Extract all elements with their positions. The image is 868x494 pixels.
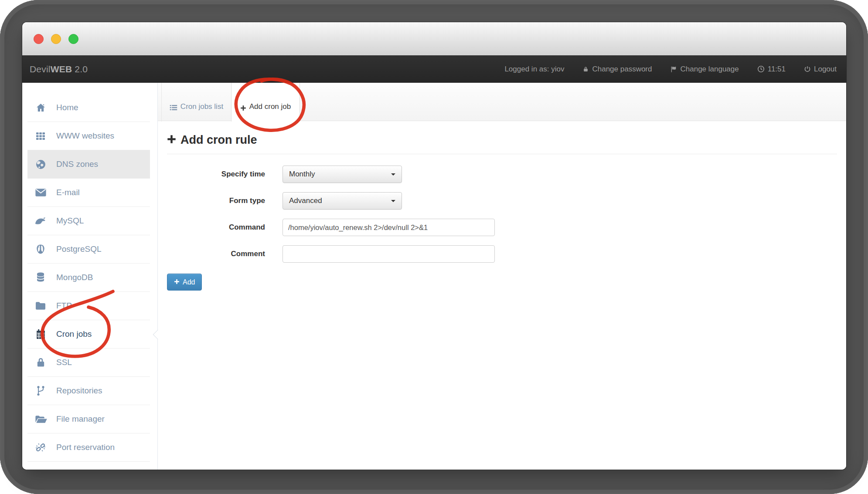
add-button-label: Add [183,278,195,286]
traffic-lights [34,34,78,44]
sidebar-item-dns-zones[interactable]: DNS zones [27,150,150,179]
command-label: Command [167,223,265,232]
tab-add-cron-job[interactable]: Add cron job [231,83,300,122]
sidebar-item-label: PostgreSQL [56,244,102,254]
brand-logo[interactable]: DevilWEB 2.0 [30,64,88,74]
sidebar-item-email[interactable]: E-mail [27,179,150,207]
change-password-label: Change password [592,65,652,74]
power-icon [804,65,811,73]
calendar-icon [34,328,47,340]
screenshot-stage: DevilWEB 2.0 Logged in as: yiov Change p… [0,0,868,494]
sidebar-item-label: SSL [56,358,72,367]
main-panel: Cron jobs list Add cron job Add cron rul… [158,83,846,470]
plus-icon [174,278,180,286]
sidebar: Home WWW websites DNS zones E-mail [22,83,158,470]
navbar-menu: Logged in as: yiov Change password Chang… [504,65,837,74]
sidebar-item-label: WWW websites [56,131,114,141]
home-icon [34,102,47,113]
specify-time-row: Specify time Monthly [167,166,837,183]
mysql-dolphin-icon [34,216,47,226]
specify-time-label: Specify time [167,170,265,179]
envelope-icon [34,188,47,197]
specify-time-value: Monthly [289,170,315,179]
sidebar-item-port-reservation[interactable]: Port reservation [27,433,150,462]
lock-icon [34,357,47,368]
zoom-window-button[interactable] [68,34,78,44]
sidebar-item-cron-jobs[interactable]: Cron jobs [27,320,150,349]
chevron-down-icon [391,173,395,176]
sidebar-item-postgresql[interactable]: PostgreSQL [27,235,150,264]
sidebar-item-partial[interactable] [27,462,150,470]
sidebar-item-mongodb[interactable]: MongoDB [27,264,150,292]
logged-in-text: Logged in as: yiov [504,65,564,74]
tab-label: Cron jobs list [180,102,223,111]
close-window-button[interactable] [34,34,44,44]
page-title: Add cron rule [167,133,837,147]
flag-icon [670,66,677,73]
sidebar-nav: Home WWW websites DNS zones E-mail [22,94,157,470]
brand-prefix: Devil [30,64,51,74]
chevron-down-icon [391,200,395,202]
form-type-row: Form type Advanced [167,192,837,210]
form-type-value: Advanced [289,196,322,205]
sidebar-item-file-manager[interactable]: File manager [27,405,150,433]
sidebar-item-label: DNS zones [56,159,98,169]
brand-suffix: 2.0 [72,64,88,74]
sidebar-item-mysql[interactable]: MySQL [27,207,150,235]
tab-cron-jobs-list[interactable]: Cron jobs list [161,83,231,122]
add-button[interactable]: Add [167,274,202,291]
sidebar-item-ftp[interactable]: FTP [27,292,150,320]
folder-icon [34,301,47,311]
tab-label: Add cron job [249,102,291,111]
lock-icon [582,66,589,73]
page-content: Add cron rule Specify time Monthly [158,121,846,291]
form-type-label: Form type [167,196,265,205]
content-row: Home WWW websites DNS zones E-mail [22,83,846,470]
partial-icon [34,467,47,470]
button-row: Add [167,274,837,291]
grid-icon [34,131,47,141]
clock-display: 11:51 [757,65,786,74]
change-password-link[interactable]: Change password [582,65,652,74]
specify-time-select[interactable]: Monthly [283,166,402,183]
logged-in-status: Logged in as: yiov [504,65,564,74]
sidebar-item-label: Repositories [56,386,102,396]
app-window: DevilWEB 2.0 Logged in as: yiov Change p… [22,22,846,470]
sidebar-item-label: MySQL [56,216,84,226]
list-icon [170,104,177,111]
sidebar-item-label: File manager [56,414,105,424]
code-branch-icon [34,385,47,396]
sidebar-item-label: E-mail [56,188,80,197]
sidebar-item-www-websites[interactable]: WWW websites [27,122,150,150]
titlebar [22,22,846,55]
comment-row: Comment [167,245,837,263]
sidebar-item-ssl[interactable]: SSL [27,349,150,377]
form-type-select[interactable]: Advanced [283,192,402,210]
sidebar-item-home[interactable]: Home [27,94,150,122]
globe-icon [34,159,47,170]
clock-time: 11:51 [768,65,786,74]
logout-link[interactable]: Logout [804,65,837,74]
app-navbar: DevilWEB 2.0 Logged in as: yiov Change p… [22,55,846,83]
command-input[interactable] [283,219,495,236]
folder-open-icon [34,414,47,424]
comment-label: Comment [167,250,265,258]
logout-label: Logout [814,65,837,74]
command-row: Command [167,219,837,236]
change-language-label: Change language [680,65,739,74]
clock-icon [757,65,765,73]
sidebar-item-label: Port reservation [56,443,115,452]
postgresql-elephant-icon [34,244,47,255]
plus-icon [167,133,176,147]
change-language-link[interactable]: Change language [670,65,739,74]
minimize-window-button[interactable] [51,34,61,44]
sidebar-item-label: MongoDB [56,273,93,282]
sidebar-item-label: Home [56,103,78,112]
sidebar-item-label: FTP [56,301,72,311]
database-icon [34,272,47,283]
plus-icon [240,105,246,111]
heading-divider [167,154,837,154]
chain-broken-icon [34,442,47,453]
sidebar-item-repositories[interactable]: Repositories [27,377,150,405]
comment-input[interactable] [283,245,495,263]
